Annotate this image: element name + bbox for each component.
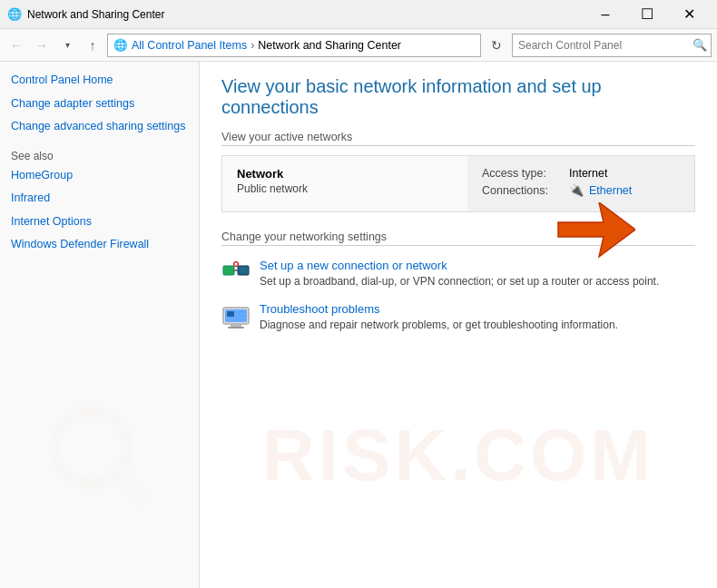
content-area: View your basic network information and … (200, 62, 717, 588)
search-bar: 🔍 (512, 34, 712, 57)
setup-connection-text: Set up a new connection or network Set u… (260, 259, 659, 288)
svg-rect-3 (223, 266, 234, 275)
sidebar-item-homegroup[interactable]: HomeGroup (11, 168, 188, 184)
troubleshoot-icon (221, 302, 250, 331)
title-bar-controls: – ☐ ✕ (584, 0, 710, 29)
breadcrumb-icon: 🌐 (113, 38, 128, 52)
refresh-button[interactable]: ↻ (485, 34, 508, 57)
active-networks-header: View your active networks (221, 131, 695, 146)
access-type-row: Access type: Internet (482, 167, 680, 180)
svg-rect-12 (228, 327, 244, 328)
ethernet-icon: 🔌 (569, 183, 584, 197)
svg-rect-11 (231, 324, 241, 327)
svg-rect-14 (236, 311, 245, 313)
svg-line-1 (116, 473, 145, 502)
sidebar-item-change-advanced-sharing[interactable]: Change advanced sharing settings (11, 119, 188, 135)
access-type-label: Access type: (482, 167, 564, 180)
recent-locations-button[interactable]: ▾ (56, 34, 78, 56)
setup-connection-item: Set up a new connection or network Set u… (221, 259, 695, 288)
troubleshoot-text: Troubleshoot problems Diagnose and repai… (260, 302, 618, 331)
sidebar: Control Panel Home Change adapter settin… (0, 62, 200, 588)
active-networks-box: Network Public network Access type: Inte… (221, 155, 695, 212)
title-bar-icon: 🌐 (7, 7, 22, 22)
close-button[interactable]: ✕ (668, 0, 710, 29)
breadcrumb-current: Network and Sharing Center (258, 39, 401, 52)
search-icon[interactable]: 🔍 (692, 38, 707, 52)
svg-rect-4 (238, 266, 249, 275)
sidebar-item-infrared[interactable]: Infrared (11, 191, 188, 207)
content-watermark: RISK.COM (200, 414, 717, 497)
breadcrumb: 🌐 All Control Panel Items › Network and … (107, 34, 481, 57)
svg-rect-13 (227, 311, 234, 317)
setup-connection-link[interactable]: Set up a new connection or network (260, 259, 659, 272)
access-type-value: Internet (569, 167, 607, 180)
minimize-button[interactable]: – (584, 0, 626, 29)
network-info-right: Access type: Internet Connections: 🔌 Eth… (467, 156, 694, 211)
troubleshoot-desc: Diagnose and repair network problems, or… (260, 318, 618, 331)
sidebar-item-control-panel-home[interactable]: Control Panel Home (11, 73, 188, 89)
svg-point-0 (54, 411, 127, 484)
setup-connection-desc: Set up a broadband, dial-up, or VPN conn… (260, 275, 659, 288)
setup-connection-icon (221, 259, 250, 288)
up-button[interactable]: ↑ (82, 34, 103, 56)
sidebar-watermark (9, 397, 190, 515)
sidebar-item-internet-options[interactable]: Internet Options (11, 214, 188, 230)
page-title: View your basic network information and … (221, 76, 695, 118)
network-type: Public network (237, 182, 453, 195)
title-bar: 🌐 Network and Sharing Center – ☐ ✕ (0, 0, 717, 29)
ethernet-link[interactable]: Ethernet (589, 184, 632, 197)
troubleshoot-item: Troubleshoot problems Diagnose and repai… (221, 302, 695, 331)
sidebar-item-change-adapter[interactable]: Change adapter settings (11, 96, 188, 113)
forward-button[interactable]: → (31, 34, 53, 56)
svg-rect-15 (236, 315, 245, 317)
breadcrumb-all-control-panel[interactable]: All Control Panel Items (132, 39, 247, 52)
network-name: Network (237, 167, 453, 181)
main-layout: Control Panel Home Change adapter settin… (0, 62, 717, 588)
network-info-left: Network Public network (222, 156, 467, 211)
connections-row: Connections: 🔌 Ethernet (482, 183, 680, 197)
maximize-button[interactable]: ☐ (626, 0, 668, 29)
address-bar: ← → ▾ ↑ 🌐 All Control Panel Items › Netw… (0, 29, 717, 62)
breadcrumb-separator: › (250, 39, 254, 52)
troubleshoot-link[interactable]: Troubleshoot problems (260, 302, 618, 316)
back-button[interactable]: ← (5, 34, 27, 56)
sidebar-item-windows-defender-firewall[interactable]: Windows Defender Firewall (11, 237, 188, 253)
connections-label: Connections: (482, 184, 564, 197)
search-input[interactable] (518, 39, 692, 52)
change-networking-header: Change your networking settings (221, 230, 695, 246)
watermark-text: RISK.COM (262, 414, 654, 497)
see-also-title: See also (11, 150, 188, 162)
title-bar-text: Network and Sharing Center (27, 8, 584, 21)
